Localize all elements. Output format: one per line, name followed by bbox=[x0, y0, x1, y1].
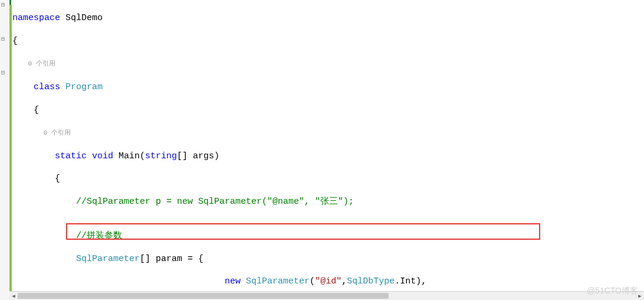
code: [] param = { bbox=[140, 254, 203, 264]
keyword: namespace bbox=[12, 13, 60, 23]
type-name: SqlParameter bbox=[12, 254, 140, 264]
method-name: Main( bbox=[113, 151, 145, 161]
scroll-left-icon[interactable]: ◀ bbox=[9, 292, 18, 300]
fold-icon[interactable]: ⊟ bbox=[1, 70, 5, 76]
brace: { bbox=[12, 174, 60, 184]
fold-icon[interactable]: ⊟ bbox=[1, 37, 5, 43]
fold-icon[interactable]: ⊟ bbox=[1, 2, 5, 8]
brace: { bbox=[12, 105, 39, 115]
type-name: SqlDbType bbox=[347, 276, 395, 286]
scroll-thumb[interactable] bbox=[18, 293, 389, 299]
type-name: SqlParameter bbox=[241, 276, 310, 286]
comment: //SqlParameter p = new SqlParameter("@na… bbox=[12, 197, 354, 207]
keyword: void bbox=[87, 151, 113, 161]
comment: //拼装参数 bbox=[12, 231, 122, 241]
punct: ( bbox=[310, 276, 315, 286]
horizontal-scrollbar[interactable]: ◀ ▶ bbox=[9, 291, 644, 300]
editor-gutter: ⊟ ⊟ ⊟ bbox=[0, 0, 10, 300]
codelens-references[interactable]: 0 个引用 bbox=[12, 129, 71, 136]
params: [] args) bbox=[177, 151, 219, 161]
identifier: SqlDemo bbox=[60, 13, 103, 23]
scroll-track[interactable] bbox=[18, 292, 636, 300]
string-literal: "@id" bbox=[315, 276, 341, 286]
keyword: class bbox=[12, 82, 60, 92]
keyword: new bbox=[12, 276, 241, 286]
codelens-references[interactable]: 0 个引用 bbox=[12, 60, 55, 67]
brace: { bbox=[12, 36, 18, 46]
code-area[interactable]: namespace SqlDemo { 0 个引用 class Program … bbox=[10, 0, 644, 300]
type-name: Program bbox=[60, 82, 103, 92]
code-editor: ⊟ ⊟ ⊟ namespace SqlDemo { 0 个引用 class Pr… bbox=[0, 0, 644, 300]
code: .Int), bbox=[395, 276, 426, 286]
punct: , bbox=[341, 276, 347, 286]
keyword: string bbox=[145, 151, 177, 161]
keyword: static bbox=[12, 151, 87, 161]
watermark-text: @51CTO博客 bbox=[587, 286, 638, 296]
